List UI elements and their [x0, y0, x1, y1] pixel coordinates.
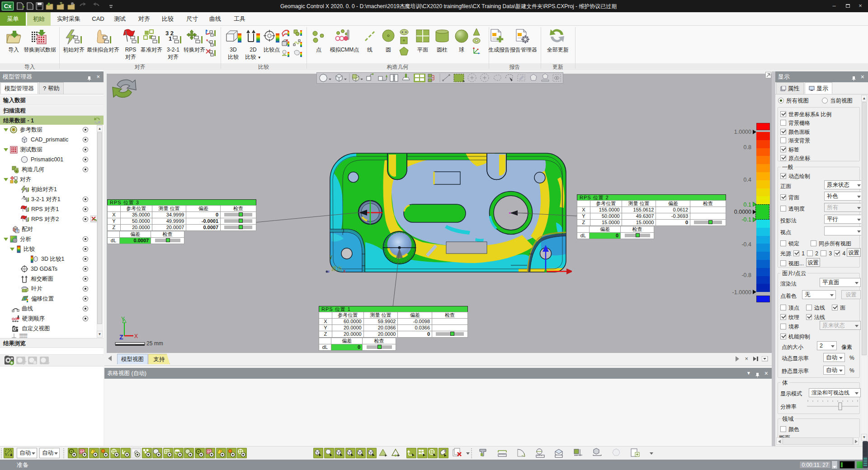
svg-text:Z: Z — [119, 334, 123, 341]
svg-text:X: X — [134, 333, 138, 339]
svg-text:25 mm: 25 mm — [146, 340, 163, 347]
svg-text:Y: Y — [121, 316, 125, 322]
svg-text:1: 1 — [169, 35, 172, 42]
svg-text:Cx: Cx — [4, 3, 12, 9]
